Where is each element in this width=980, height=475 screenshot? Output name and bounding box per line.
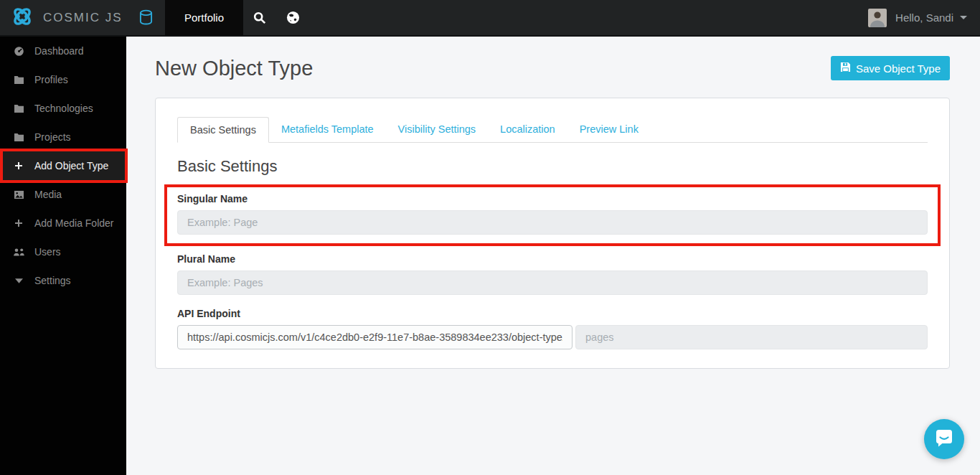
search-icon[interactable] (243, 0, 276, 35)
brand[interactable]: COSMIC JS (0, 0, 126, 35)
caret-down-icon (12, 278, 25, 283)
annotation-highlight-singular-name: Singular Name (164, 184, 941, 246)
brand-name: COSMIC JS (43, 11, 123, 25)
plural-name-input[interactable] (177, 271, 928, 295)
sidebar: Dashboard Profiles Technologies Projects… (0, 37, 126, 475)
plus-icon (12, 219, 25, 227)
sidebar-item-projects[interactable]: Projects (0, 123, 126, 151)
plural-name-label: Plural Name (177, 253, 928, 265)
tab-metafields-template[interactable]: Metafields Template (269, 117, 386, 143)
chat-bubble-icon (934, 428, 954, 451)
tab-bar: Basic Settings Metafields Template Visib… (177, 117, 928, 143)
users-icon (12, 248, 25, 257)
sidebar-item-media[interactable]: Media (0, 180, 126, 209)
sidebar-item-add-media-folder[interactable]: Add Media Folder (0, 209, 126, 238)
sidebar-item-profiles[interactable]: Profiles (0, 65, 126, 94)
bucket-tab-label: Portfolio (184, 11, 224, 24)
page-title: New Object Type (155, 57, 313, 80)
chat-widget-button[interactable] (924, 419, 964, 459)
globe-icon[interactable] (276, 0, 309, 35)
folder-icon (12, 75, 25, 85)
user-menu[interactable]: Hello, Sandi (868, 9, 967, 27)
sidebar-item-label: Profiles (34, 74, 68, 85)
cosmicjs-logo-icon (10, 4, 34, 32)
bucket-tab-portfolio[interactable]: Portfolio (165, 0, 243, 35)
sidebar-item-label: Users (34, 246, 61, 258)
api-endpoint-base-input[interactable] (177, 325, 573, 349)
sidebar-item-add-object-type[interactable]: Add Object Type (0, 151, 126, 180)
api-endpoint-label: API Endpoint (177, 308, 928, 319)
save-button-label: Save Object Type (856, 62, 941, 75)
api-endpoint-slug-input[interactable] (575, 325, 928, 349)
page-header: New Object Type Save Object Type (126, 37, 980, 98)
api-endpoint-input-group (177, 325, 928, 349)
save-icon (840, 62, 851, 75)
image-icon (12, 190, 25, 199)
sidebar-item-label: Projects (34, 131, 71, 143)
avatar (868, 9, 887, 27)
section-title: Basic Settings (177, 157, 928, 176)
sidebar-item-label: Media (34, 189, 62, 200)
dashboard-icon (12, 46, 25, 57)
save-object-type-button[interactable]: Save Object Type (831, 56, 950, 80)
sidebar-item-users[interactable]: Users (0, 238, 126, 266)
tab-basic-settings[interactable]: Basic Settings (177, 117, 269, 143)
sidebar-item-label: Add Object Type (34, 160, 108, 171)
top-navbar: COSMIC JS Portfolio Hel (0, 0, 980, 37)
api-endpoint-field-group: API Endpoint (177, 308, 928, 349)
plural-name-field-group: Plural Name (177, 253, 928, 295)
main-content: New Object Type Save Object Type Basic S… (126, 37, 980, 475)
sidebar-item-label: Technologies (34, 103, 93, 114)
user-greeting: Hello, Sandi (895, 11, 953, 24)
plus-icon (12, 161, 25, 170)
sidebar-item-label: Settings (34, 275, 71, 286)
bucket-icon[interactable] (126, 0, 165, 35)
sidebar-item-settings[interactable]: Settings (0, 266, 126, 295)
sidebar-item-technologies[interactable]: Technologies (0, 94, 126, 123)
folder-icon (12, 104, 25, 113)
sidebar-item-label: Add Media Folder (34, 217, 114, 229)
tab-visibility-settings[interactable]: Visibility Settings (386, 117, 489, 143)
tab-localization[interactable]: Localization (488, 117, 567, 143)
singular-name-field-group: Singular Name (177, 193, 928, 235)
singular-name-label: Singular Name (177, 193, 928, 204)
user-menu-caret-icon (960, 16, 967, 19)
sidebar-item-label: Dashboard (34, 45, 84, 57)
object-type-panel: Basic Settings Metafields Template Visib… (155, 98, 950, 369)
singular-name-input[interactable] (177, 210, 928, 235)
sidebar-item-dashboard[interactable]: Dashboard (0, 37, 126, 65)
tab-preview-link[interactable]: Preview Link (567, 117, 651, 143)
folder-icon (12, 133, 25, 142)
